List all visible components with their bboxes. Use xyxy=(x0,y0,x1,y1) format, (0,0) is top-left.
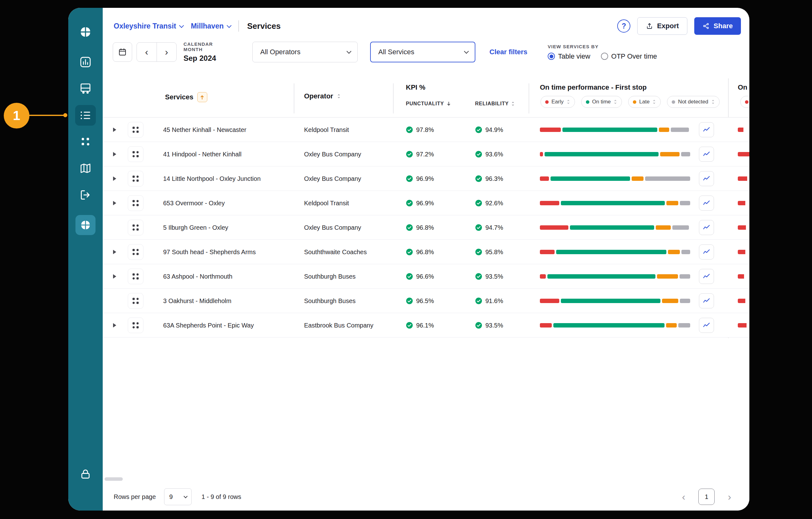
next-month-button[interactable]: › xyxy=(157,43,177,61)
trend-chart-button[interactable] xyxy=(699,269,714,284)
map-icon[interactable] xyxy=(77,160,94,177)
expand-caret-icon[interactable] xyxy=(112,249,118,255)
operator-name: Keldpool Transit xyxy=(304,199,349,207)
stops-grid-icon[interactable] xyxy=(128,195,143,211)
reliability-value: 91.6% xyxy=(485,297,503,304)
service-name: 63 Ashpool - Northmouth xyxy=(163,273,232,280)
trend-chart-button[interactable] xyxy=(699,318,714,333)
legend-chip-label: Early xyxy=(551,99,564,105)
page-title: Services xyxy=(247,21,281,31)
export-label: Export xyxy=(657,22,679,30)
sort-both-icon[interactable] xyxy=(511,101,515,106)
table-row: 97 South head - Shepherds Arms Souththwa… xyxy=(103,240,749,264)
rows-range: 1 - 9 of 9 rows xyxy=(202,493,241,500)
stops-grid-icon[interactable] xyxy=(128,146,143,162)
sort-asc-badge[interactable] xyxy=(197,92,207,102)
stops-grid-icon[interactable] xyxy=(128,220,143,235)
horizontal-scrollbar[interactable] xyxy=(105,477,123,481)
operator-name: Oxley Bus Company xyxy=(304,151,361,158)
operators-select[interactable]: All Operators xyxy=(252,42,358,62)
sort-both-icon[interactable] xyxy=(337,94,341,99)
table-row: 653 Overmoor - Oxley Keldpool Transit 96… xyxy=(103,191,749,215)
line-chart-icon xyxy=(702,174,710,183)
legend-chip[interactable]: Early xyxy=(541,96,575,108)
stops-grid-icon[interactable] xyxy=(128,269,143,284)
otp-segment-not-detected xyxy=(680,299,690,303)
calendar-button[interactable] xyxy=(113,42,132,62)
trend-chart-button[interactable] xyxy=(699,147,714,162)
stops-grid-icon[interactable] xyxy=(128,244,143,260)
help-button[interactable]: ? xyxy=(617,20,630,33)
prev-page-button[interactable]: ‹ xyxy=(682,492,686,502)
radio-otp-over-time[interactable]: OTP Over time xyxy=(601,52,657,60)
bar-chart-icon[interactable] xyxy=(77,53,94,71)
table-row: 41 Hindpool - Nether Kinhall Oxley Bus C… xyxy=(103,142,749,166)
otp-overflow-bar xyxy=(738,176,747,181)
legend-chip[interactable]: On time xyxy=(581,96,622,108)
trend-chart-button[interactable] xyxy=(699,293,714,308)
check-circle-icon xyxy=(406,151,413,158)
check-circle-icon xyxy=(475,273,482,280)
radio-table-view[interactable]: Table view xyxy=(548,52,590,60)
otp-segment-not-detected xyxy=(671,128,689,132)
legend-chip[interactable]: Not detected xyxy=(667,96,719,108)
table-row: 63 Ashpool - Northmouth Southburgh Buses… xyxy=(103,264,749,289)
month-nav: ‹ › xyxy=(137,42,177,62)
main-content: Oxleyshire Transit Millhaven Services ? … xyxy=(103,8,749,511)
otp-overflow-bar xyxy=(738,128,744,132)
clear-filters-link[interactable]: Clear filters xyxy=(489,48,527,56)
area-selector-label: Millhaven xyxy=(191,22,224,30)
otp-segment-on-time xyxy=(556,250,666,254)
legend-chip[interactable]: Late xyxy=(628,96,661,108)
radio-table-view-label: Table view xyxy=(558,52,590,60)
next-page-button[interactable]: › xyxy=(728,492,731,502)
punctuality-value: 96.8% xyxy=(416,248,434,255)
expand-caret-icon[interactable] xyxy=(112,274,118,279)
trend-chart-button[interactable] xyxy=(699,122,714,137)
services-select[interactable]: All Services xyxy=(370,42,475,62)
view-services-by: View services by Table view OTP Over tim… xyxy=(548,44,657,60)
trend-chart-button[interactable] xyxy=(699,171,714,186)
expand-caret-icon[interactable] xyxy=(112,176,118,182)
stops-grid-nav-icon[interactable] xyxy=(77,133,94,151)
prev-month-button[interactable]: ‹ xyxy=(137,43,157,61)
otp-segment-early xyxy=(540,299,559,303)
expand-caret-icon[interactable] xyxy=(112,127,118,133)
trend-chart-button[interactable] xyxy=(699,220,714,235)
service-list-icon[interactable] xyxy=(75,105,96,126)
logout-icon[interactable] xyxy=(77,186,94,204)
otp-stacked-bar xyxy=(540,323,690,328)
trend-chart-button[interactable] xyxy=(699,244,714,260)
app-logo-icon[interactable] xyxy=(77,23,94,41)
stops-grid-icon[interactable] xyxy=(128,171,143,187)
otp-segment-on-time xyxy=(562,128,657,132)
stops-grid-icon[interactable] xyxy=(128,122,143,138)
otp-segment-not-detected xyxy=(681,152,690,156)
check-circle-icon xyxy=(406,322,413,329)
export-button[interactable]: Export xyxy=(637,17,687,35)
page-1-button[interactable]: 1 xyxy=(698,489,715,505)
expand-caret-icon[interactable] xyxy=(112,200,118,206)
share-button[interactable]: Share xyxy=(694,17,741,35)
stops-grid-icon[interactable] xyxy=(128,293,143,309)
arrow-down-icon[interactable] xyxy=(446,101,451,106)
org-selector[interactable]: Oxleyshire Transit xyxy=(114,22,182,30)
trend-chart-button[interactable] xyxy=(699,196,714,211)
app-tile-icon[interactable] xyxy=(76,215,95,235)
otp-segment-not-detected xyxy=(682,250,690,254)
area-selector[interactable]: Millhaven xyxy=(191,22,230,30)
stops-grid-icon[interactable] xyxy=(128,318,143,333)
chevron-down-icon xyxy=(227,23,232,28)
otp-segment-not-detected xyxy=(645,176,690,181)
service-name: 5 Ilburgh Green - Oxley xyxy=(163,224,228,231)
operators-select-value: All Operators xyxy=(260,48,300,56)
rows-per-page-select[interactable]: 9 xyxy=(164,488,192,505)
expand-caret-icon[interactable] xyxy=(112,323,118,328)
legend-chip-overflow[interactable]: Early xyxy=(740,96,749,108)
table-row: 14 Little Northpool - Oxley Junction Oxl… xyxy=(103,166,749,191)
lock-icon[interactable] xyxy=(77,465,94,483)
otp-segment-not-detected xyxy=(672,225,689,230)
bus-icon[interactable] xyxy=(77,80,94,97)
expand-caret-icon[interactable] xyxy=(112,152,118,157)
check-circle-icon xyxy=(475,322,482,329)
